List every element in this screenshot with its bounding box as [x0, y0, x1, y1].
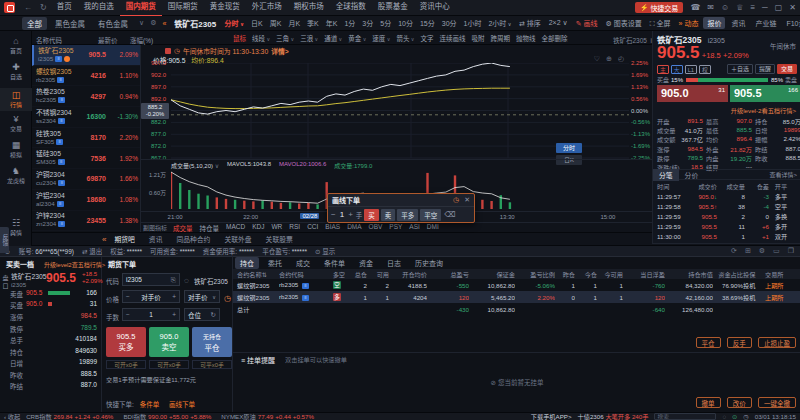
- positions-tab-持仓[interactable]: 持仓: [235, 257, 259, 269]
- watchlist-row-zn2304[interactable]: 沪锌2304zn2304≡234551.38%: [32, 211, 140, 232]
- volume-indicator-label[interactable]: 成交量(5,10,20) ∨: [171, 161, 219, 170]
- draw-tool-文字[interactable]: 文字: [420, 33, 433, 43]
- sidebar-item-quotes[interactable]: ◫行情: [0, 88, 32, 111]
- reverse-position-action[interactable]: 反手: [727, 337, 752, 348]
- depth-icon[interactable]: ≡: [58, 221, 65, 227]
- depth-icon[interactable]: ≡: [58, 97, 65, 103]
- period-tab-15分[interactable]: 15分: [420, 18, 435, 28]
- depth-icon[interactable]: ≡: [57, 77, 64, 83]
- positions-tab-条件单[interactable]: 条件单: [319, 257, 350, 269]
- position-preset[interactable]: 仓位↻: [184, 308, 220, 321]
- depth-icon[interactable]: ≡: [302, 295, 309, 301]
- user-icon[interactable]: ☺: [721, 3, 729, 12]
- period-tab-5分[interactable]: 5分: [380, 18, 391, 28]
- col-header-今仓[interactable]: 今仓: [575, 270, 597, 279]
- minimize-icon[interactable]: ─: [762, 3, 768, 12]
- col-header-开仓均价[interactable]: 开仓均价: [389, 270, 427, 279]
- sidebar-item-trade[interactable]: ¥交易: [0, 114, 32, 133]
- view-detail-link[interactable]: 查看详情>: [769, 170, 800, 179]
- favorite-icon[interactable]: ♡: [594, 55, 600, 63]
- info-tab-同品种合约[interactable]: 同品种合约: [176, 234, 210, 244]
- download-app-link[interactable]: 下载手机APP>: [531, 412, 572, 420]
- indicator-tab-RSI[interactable]: RSI: [289, 223, 300, 233]
- tab-level1-book[interactable]: 买卖一档: [6, 259, 34, 269]
- period-tab-1小时[interactable]: 1小时: [464, 18, 482, 28]
- popup-close-icon[interactable]: ✕: [464, 196, 470, 204]
- tick-row[interactable]: 11:29:57905.0↓8-3多平: [653, 191, 800, 201]
- col-header-多空[interactable]: 多空: [329, 270, 345, 279]
- positions-tab-历史查询[interactable]: 历史查询: [410, 257, 448, 269]
- position-row[interactable]: 螺纹钢2305rb2305 ≡空224188.5-55010,862.80-5.…: [233, 279, 800, 291]
- close-icon[interactable]: ✕: [789, 3, 796, 12]
- eraser-icon[interactable]: ⌫: [444, 210, 455, 219]
- watchlist-row-ss2304[interactable]: 不锈钢2304ss2304≡16300-1.30%: [32, 107, 140, 128]
- period-tab-分时[interactable]: 分时 ∨: [225, 18, 244, 28]
- col-header-资金占比[interactable]: 资金占比: [713, 270, 743, 279]
- qty-value[interactable]: 1: [340, 210, 344, 219]
- close-position-action[interactable]: 平仓: [696, 337, 721, 348]
- cancel-all-button[interactable]: 一键全撤: [758, 397, 796, 408]
- indicator-tab-BIAS[interactable]: BIAS: [325, 223, 340, 233]
- col-header-总仓[interactable]: 总仓: [345, 270, 367, 279]
- menu-item-国内期货[interactable]: 国内期货: [120, 0, 162, 17]
- tab-price-distribution[interactable]: 分价: [679, 169, 705, 181]
- sidebar-item-watchlist[interactable]: ✚自选: [0, 62, 32, 81]
- positions-tab-日志[interactable]: 日志: [382, 257, 406, 269]
- period-tab-30分[interactable]: 30分: [442, 18, 457, 28]
- draw-tool-全部删除[interactable]: 全部删除: [541, 33, 567, 43]
- window-icon[interactable]: ▭: [773, 247, 780, 255]
- col-header-今可用[interactable]: 今可用: [597, 270, 623, 279]
- layout-icon[interactable]: ❐: [788, 247, 794, 255]
- tick-row[interactable]: 11:29:58905.5↑38-4空平: [653, 201, 800, 211]
- position-row[interactable]: 总计-43010,862.80-640126,480.00: [233, 303, 800, 315]
- refresh-icon[interactable]: ↻: [36, 3, 51, 12]
- popup-clock-icon[interactable]: ◷: [453, 196, 459, 204]
- view-tab-F10资料[interactable]: F10资料: [782, 17, 800, 29]
- indicator-tab-ASI[interactable]: ASI: [409, 223, 419, 233]
- period-tab-2小时[interactable]: 2小时 ∨: [488, 18, 511, 28]
- depth-icon[interactable]: ≡: [56, 139, 63, 145]
- popup-sell-button[interactable]: 卖: [381, 209, 396, 221]
- draw-tool-黄金[interactable]: 黄金 ∨: [348, 33, 366, 43]
- chevron-down-icon[interactable]: ∨: [139, 19, 144, 27]
- upgrade-level2-link[interactable]: 升级level-2看五档行情>: [731, 106, 796, 115]
- grid-icon[interactable]: ⊞: [745, 247, 751, 255]
- zoom-in-icon[interactable]: ⊕: [606, 55, 612, 63]
- positions-tab-成交[interactable]: 成交: [291, 257, 315, 269]
- menu-item-全球指数[interactable]: 全球指数: [330, 0, 372, 17]
- depth-icon[interactable]: ≡: [57, 201, 64, 207]
- refresh-icon[interactable]: ⟳: [731, 247, 737, 255]
- cancel-order-button[interactable]: 撤单: [696, 397, 721, 408]
- draw-line-order-popup[interactable]: 画线下单 ◷ ✕ − 1 + 手 买 卖 平多 平空 ⌫: [327, 193, 475, 223]
- col-header-price[interactable]: 最新价: [98, 35, 118, 45]
- indicator-tab-DMI[interactable]: DMI: [427, 223, 439, 233]
- col-header-盈亏比例[interactable]: 盈亏比例: [515, 270, 555, 279]
- sidebar-item-simulation[interactable]: ▦模拟: [0, 140, 32, 159]
- price-plus[interactable]: +: [172, 293, 176, 300]
- indicator-tab-PSY[interactable]: PSY: [389, 223, 402, 233]
- maximize-icon[interactable]: ▢: [775, 3, 783, 12]
- col-header-总盈亏[interactable]: 总盈亏: [427, 270, 469, 279]
- watchlist-row-i2305[interactable]: 铁矿石2305i2305≡905.52.09%: [32, 45, 140, 66]
- notice-detail-link[interactable]: 详情>: [271, 46, 289, 56]
- menu-icon[interactable]: ≡: [750, 3, 755, 12]
- col-header-合约名称[interactable]: 合约名称⇅: [233, 270, 279, 279]
- col-header-当日浮盈[interactable]: 当日浮盈: [623, 270, 665, 279]
- stop-loss-profit-action[interactable]: 止损止盈: [758, 337, 796, 348]
- draw-tool-三角[interactable]: 三角 ∨: [276, 33, 294, 43]
- info-tab-资讯[interactable]: 资讯: [149, 234, 163, 244]
- grid-layout-button[interactable]: 2×2 ∨: [549, 19, 568, 27]
- tick-row[interactable]: 11:29:59905.520多换: [653, 211, 800, 221]
- watchlist-row-hc2305[interactable]: 热卷2305hc2305≡42970.94%: [32, 86, 140, 107]
- period-tab-10分[interactable]: 10分: [398, 18, 413, 28]
- indicator-tab-OBV[interactable]: OBV: [369, 223, 383, 233]
- support-icon[interactable]: ☎: [690, 3, 700, 12]
- indicator-tab-CCI[interactable]: CCI: [307, 223, 318, 233]
- view-tab-资讯[interactable]: 资讯: [727, 17, 749, 29]
- tick-row[interactable]: 11:29:59905.511+6多开: [653, 221, 800, 231]
- add-watchlist-button[interactable]: ＋自选: [727, 64, 753, 74]
- info-tab-期货吧[interactable]: 期货吧: [114, 234, 134, 244]
- draw-line-order-link[interactable]: 画线下单: [169, 401, 195, 408]
- col-header-投保[interactable]: 投保: [743, 270, 765, 279]
- price-minus[interactable]: −: [126, 293, 130, 300]
